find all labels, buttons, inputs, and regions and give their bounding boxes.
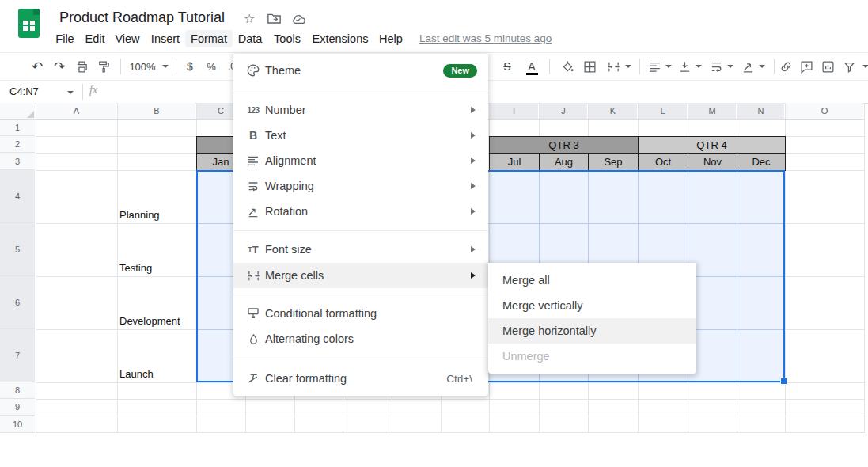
name-box[interactable]: C4:N7 [9, 85, 39, 97]
row-header-2[interactable]: 2 [0, 136, 35, 153]
column-header-O[interactable]: O [786, 103, 863, 119]
row-header-7[interactable]: 7 [0, 329, 35, 382]
format-percent-button[interactable]: % [205, 59, 218, 74]
row-header-4[interactable]: 4 [0, 170, 35, 223]
menu-item-merge-cells[interactable]: Merge cells [233, 263, 488, 288]
text-wrap-caret-icon[interactable] [726, 59, 734, 74]
cell-month-jul[interactable]: Jul [489, 153, 540, 171]
menu-edit[interactable]: Edit [80, 30, 111, 47]
submenu-arrow-icon [471, 132, 476, 139]
merge-caret-icon[interactable] [624, 59, 632, 74]
row-header-10[interactable]: 10 [0, 416, 35, 433]
vertical-align-caret-icon[interactable] [695, 59, 703, 74]
column-header-J[interactable]: J [540, 103, 587, 119]
font-size-icon: TT [244, 237, 263, 262]
cell-qtr4-header[interactable]: QTR 4 [638, 136, 786, 154]
menu-view[interactable]: View [109, 30, 145, 47]
cell-month-dec[interactable]: Dec [737, 153, 786, 171]
row-header-5[interactable]: 5 [0, 223, 35, 276]
column-header-L[interactable]: L [639, 103, 687, 119]
insert-chart-icon[interactable] [821, 59, 835, 74]
horizontal-align-caret-icon[interactable] [665, 59, 673, 74]
row-header-3[interactable]: 3 [0, 153, 35, 170]
redo-icon[interactable]: ↷ [52, 59, 66, 74]
cloud-status-icon[interactable] [291, 13, 305, 28]
cell-task-planning[interactable]: Planning [117, 170, 196, 223]
cell-task-launch[interactable]: Launch [117, 329, 196, 382]
menu-tools[interactable]: Tools [268, 30, 306, 47]
zoom-caret-icon[interactable] [161, 59, 169, 74]
menu-separator [233, 230, 488, 231]
insert-link-icon[interactable] [779, 59, 793, 74]
cell-month-aug[interactable]: Aug [539, 153, 589, 171]
document-title[interactable]: Product Roadmap Tutorial [59, 9, 225, 26]
menu-help[interactable]: Help [373, 30, 408, 47]
last-edit-link[interactable]: Last edit was 5 minutes ago [419, 32, 552, 44]
strikethrough-button[interactable]: S [501, 59, 514, 74]
submenu-item-merge-vertically[interactable]: Merge vertically [488, 293, 696, 318]
row-header-1[interactable]: 1 [0, 120, 35, 136]
menu-item-text[interactable]: B Text [233, 123, 488, 148]
menu-item-theme[interactable]: Theme New [233, 58, 488, 83]
text-rotation-icon[interactable] [741, 59, 755, 74]
column-header-N[interactable]: N [737, 103, 784, 119]
text-rotation-caret-icon[interactable] [758, 59, 766, 74]
menu-format[interactable]: Format [185, 30, 233, 47]
menu-item-alternating-colors[interactable]: Alternating colors [233, 326, 488, 351]
print-icon[interactable] [74, 59, 89, 74]
star-icon[interactable]: ☆ [244, 11, 255, 26]
fill-handle[interactable] [780, 378, 787, 385]
menu-item-rotation[interactable]: Rotation [233, 199, 488, 224]
name-box-caret-icon[interactable] [66, 85, 74, 100]
format-currency-button[interactable]: $ [184, 59, 196, 74]
cell-month-oct[interactable]: Oct [638, 153, 688, 171]
sheets-logo-icon[interactable] [18, 9, 40, 38]
row-header-6[interactable]: 6 [0, 276, 35, 329]
zoom-select[interactable]: 100% [127, 59, 158, 74]
menu-extensions[interactable]: Extensions [307, 30, 374, 47]
move-to-folder-icon[interactable] [267, 13, 281, 27]
cell-qtr3-header[interactable]: QTR 3 [489, 136, 639, 154]
column-header-M[interactable]: M [688, 103, 736, 119]
number-123-icon: 123 [244, 97, 263, 123]
column-header-I[interactable]: I [490, 103, 538, 119]
toolbar-divider [176, 59, 176, 74]
menu-data[interactable]: Data [233, 30, 268, 47]
column-header-A[interactable]: A [36, 103, 116, 119]
menu-item-font-size[interactable]: TT Font size [233, 237, 488, 262]
menu-item-clear-formatting[interactable]: Clear formatting Ctrl+\ [233, 366, 488, 391]
select-all-corner[interactable] [0, 103, 35, 119]
menu-item-conditional-formatting[interactable]: Conditional formatting [233, 301, 488, 326]
cell-task-testing[interactable]: Testing [117, 223, 196, 276]
row-header-9[interactable]: 9 [0, 399, 35, 416]
filter-icon[interactable] [842, 59, 856, 74]
format-menu: Theme New 123 Number B Text Alignment Wr… [233, 54, 488, 396]
toolbar-divider [120, 59, 121, 74]
insert-comment-icon[interactable] [799, 59, 813, 74]
filter-caret-icon[interactable] [862, 59, 868, 74]
horizontal-align-icon[interactable] [647, 59, 661, 74]
menu-file[interactable]: File [50, 30, 79, 47]
cell-task-development[interactable]: Development [117, 276, 196, 329]
menu-item-wrapping[interactable]: Wrapping [233, 173, 488, 199]
cell-month-sep[interactable]: Sep [588, 153, 639, 171]
column-header-K[interactable]: K [589, 103, 637, 119]
merge-cells-icon[interactable] [606, 59, 620, 74]
submenu-item-merge-horizontally[interactable]: Merge horizontally [488, 318, 696, 344]
borders-icon[interactable] [582, 59, 597, 74]
column-header-B[interactable]: B [118, 103, 195, 119]
row-header-8[interactable]: 8 [0, 382, 35, 399]
submenu-item-merge-all[interactable]: Merge all [488, 268, 696, 293]
text-wrap-icon[interactable] [709, 59, 723, 74]
fill-color-icon[interactable] [560, 59, 574, 74]
cell-month-nov[interactable]: Nov [688, 153, 737, 171]
merge-cells-icon [244, 263, 263, 288]
menu-insert[interactable]: Insert [146, 30, 185, 47]
menu-item-number[interactable]: 123 Number [233, 97, 488, 123]
text-color-button[interactable]: A [525, 59, 538, 74]
undo-icon[interactable]: ↶ [30, 59, 44, 74]
bold-text-icon: B [244, 123, 263, 148]
menu-item-alignment[interactable]: Alignment [233, 148, 488, 173]
vertical-align-icon[interactable] [677, 59, 692, 74]
paint-format-icon[interactable] [97, 59, 111, 74]
